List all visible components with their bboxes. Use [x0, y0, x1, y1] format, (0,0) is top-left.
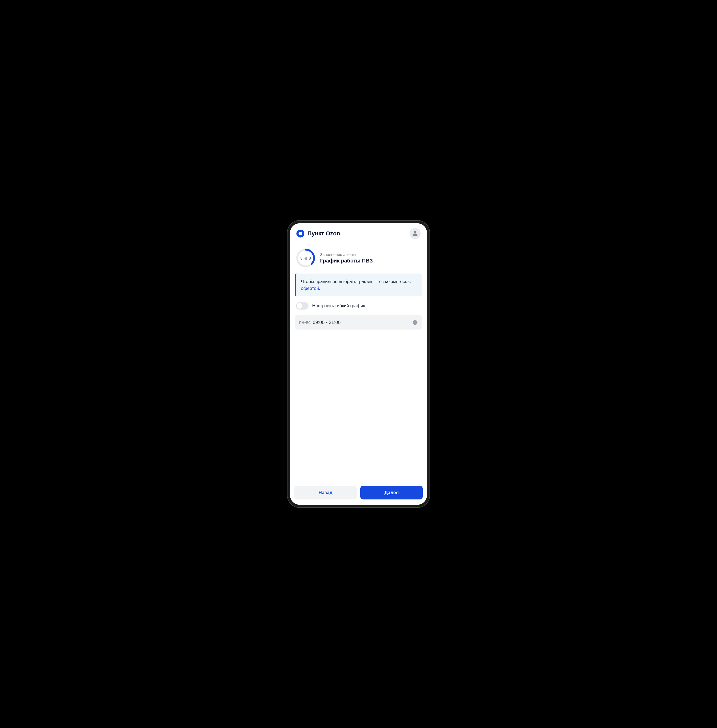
info-banner: Чтобы правильно выбрать график — ознаком… — [295, 273, 422, 296]
banner-text-suffix: . — [319, 286, 320, 291]
app-title: Пункт Ozon — [307, 230, 340, 237]
progress-header: 3 из 8 Заполнение анкеты График работы П… — [295, 248, 422, 268]
progress-overline: Заполнение анкеты — [320, 252, 373, 257]
page-title: График работы ПВЗ — [320, 258, 373, 264]
flexible-schedule-label: Настроить гибкий график — [312, 303, 365, 308]
clock-icon — [412, 319, 418, 325]
schedule-hours: 09:00 - 21:00 — [313, 320, 341, 325]
content: 3 из 8 Заполнение анкеты График работы П… — [290, 243, 427, 482]
offer-link[interactable]: офертой — [301, 286, 319, 291]
progress-texts: Заполнение анкеты График работы ПВЗ — [320, 252, 373, 264]
schedule-value: пн-вс 09:00 - 21:00 — [299, 320, 341, 325]
next-button[interactable]: Далее — [360, 486, 423, 499]
brand-logo-icon — [296, 230, 304, 238]
phone-frame: Пункт Ozon 3 из 8 Заполнение ан — [287, 221, 430, 507]
flexible-schedule-row: Настроить гибкий график — [295, 302, 422, 310]
user-icon — [412, 230, 418, 237]
profile-button[interactable] — [410, 228, 421, 239]
progress-step-label: 3 из 8 — [301, 256, 311, 260]
schedule-days: пн-вс — [299, 320, 311, 325]
progress-ring: 3 из 8 — [296, 248, 315, 268]
flexible-schedule-toggle[interactable] — [296, 302, 308, 310]
banner-text-prefix: Чтобы правильно выбрать график — ознаком… — [301, 279, 410, 284]
footer-actions: Назад Далее — [290, 482, 427, 505]
brand: Пункт Ozon — [296, 230, 340, 238]
screen: Пункт Ozon 3 из 8 Заполнение ан — [290, 223, 427, 505]
schedule-input[interactable]: пн-вс 09:00 - 21:00 — [295, 315, 422, 330]
header: Пункт Ozon — [290, 223, 427, 243]
back-button[interactable]: Назад — [294, 486, 357, 499]
